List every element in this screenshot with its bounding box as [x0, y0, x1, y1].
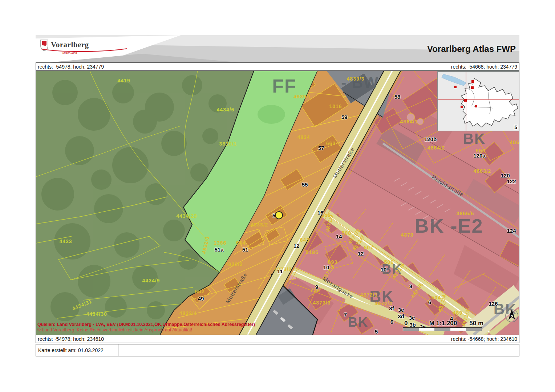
- coordinate-top-right: rechts: -54668; hoch: 234779: [451, 64, 517, 70]
- map-created-date: Karte erstellt am: 01.03.2022: [36, 344, 118, 356]
- inset-location-marker: [464, 99, 467, 102]
- inset-location-marker: [461, 106, 463, 108]
- scale-bar: 0 M 1:1.200 50 m: [403, 320, 483, 331]
- inset-map-graphic: [438, 72, 519, 131]
- selected-location-marker[interactable]: [275, 211, 283, 219]
- overview-inset-map[interactable]: 5: [437, 71, 519, 131]
- coordinate-top-left: rechts: -54978; hoch: 234779: [38, 64, 104, 70]
- scale-zero-label: 0: [404, 320, 408, 327]
- coordinate-bar-bottom: rechts: -54978; hoch: 234610 rechts: -54…: [36, 335, 519, 343]
- scale-bar-graphic: [403, 327, 482, 331]
- svg-text:N: N: [511, 314, 513, 318]
- north-arrow-icon: N: [502, 306, 519, 325]
- footer-empty-cell: [118, 344, 519, 356]
- logo-subtitle: unser Land: [62, 51, 77, 54]
- inset-location-marker: [471, 86, 474, 89]
- coordinate-bar-top: rechts: -54978; hoch: 234779 rechts: -54…: [36, 62, 519, 71]
- coordinate-bottom-left: rechts: -54978; hoch: 234610: [38, 336, 104, 342]
- sources-line2: © Land Vorarlberg: Keine Rechtsverbindli…: [37, 327, 255, 333]
- header-band: Vorarlberg unser Land Vorarlberg Atlas F…: [36, 35, 519, 62]
- inset-location-marker: [471, 80, 474, 83]
- scale-ratio-label: M 1:1.200: [429, 320, 457, 327]
- print-page: Vorarlberg unser Land Vorarlberg Atlas F…: [0, 0, 555, 392]
- map-sources: Quellen: Land Vorarlberg - LVA, BEV (DKM…: [37, 322, 255, 333]
- inset-location-marker: [475, 105, 477, 107]
- inset-location-marker: [454, 86, 457, 88]
- sources-line1: Quellen: Land Vorarlberg - LVA, BEV (DKM…: [37, 322, 255, 327]
- logo-swoosh-icon: [41, 48, 128, 53]
- coordinate-bottom-right: rechts: -54668; hoch: 234610: [451, 336, 517, 342]
- scale-distance-label: 50 m: [469, 320, 483, 327]
- footer: Karte erstellt am: 01.03.2022: [36, 344, 519, 356]
- inset-sheet-number: 5: [514, 124, 518, 130]
- ff-texture: [258, 105, 285, 124]
- page-title: Vorarlberg Atlas FWP: [427, 44, 516, 54]
- map-canvas[interactable]: FF- BWBKBK -E2BKBKBKBK44194434/63810/148…: [36, 71, 519, 335]
- vorarlberg-logo: Vorarlberg unser Land: [40, 38, 142, 60]
